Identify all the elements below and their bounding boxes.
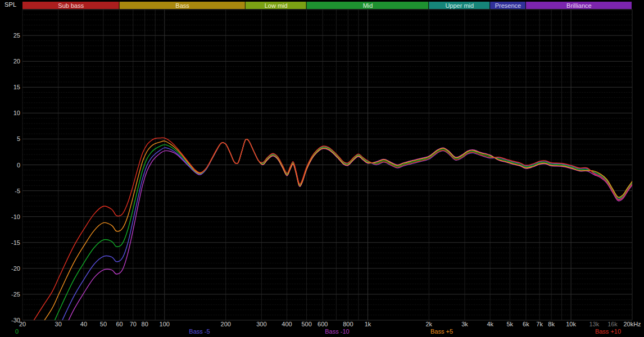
x-axis-tick-label: 5k: [506, 321, 513, 327]
x-axis-tick-label: 30: [55, 321, 62, 327]
y-axis-tick-label: -25: [11, 291, 20, 298]
legend-item-0[interactable]: 0: [15, 328, 19, 335]
x-axis-tick-label: 300: [256, 321, 266, 327]
x-axis-tick-label: 20: [19, 321, 26, 327]
x-axis-tick-label: 8k: [548, 321, 555, 327]
x-axis-tick-label: 100: [160, 321, 170, 327]
x-axis-tick-label: 70: [130, 321, 137, 327]
y-axis-tick-label: 25: [13, 32, 20, 39]
x-axis-tick-label: 2k: [425, 321, 432, 327]
x-axis-tick-label: 500: [301, 321, 311, 327]
x-axis-tick-label: 13k: [589, 321, 599, 327]
legend-item-bass-minus-5[interactable]: Bass -5: [189, 328, 210, 335]
spl-axis-title: SPL: [4, 1, 16, 8]
legend-item-bass-plus-5[interactable]: Bass +5: [430, 328, 453, 335]
x-axis-tick-label: 10k: [566, 321, 576, 327]
x-axis-tick-label: 20kHz: [623, 321, 641, 327]
curve-bass-minus-5: [22, 139, 632, 337]
x-axis-tick-label: 40: [80, 321, 87, 327]
curve-bass-minus-10: [22, 139, 632, 337]
x-axis-tick-label: 80: [142, 321, 148, 327]
frequency-band-label-low-mid: Low mid: [265, 2, 288, 9]
y-axis-tick-label: -10: [11, 213, 20, 220]
curve-0: [22, 139, 632, 337]
x-axis-tick-label: 6k: [523, 321, 529, 327]
x-axis-tick-label: 200: [221, 321, 231, 327]
frequency-band-label-sub-bass: Sub bass: [58, 2, 84, 9]
x-axis-tick-label: 60: [116, 321, 123, 327]
x-axis-tick-label: 1k: [365, 321, 371, 327]
frequency-band-label-presence: Presence: [495, 2, 521, 9]
y-axis-tick-label: 15: [13, 84, 20, 90]
spl-frequency-response-chart[interactable]: Sub bassBassLow midMidUpper midPresenceB…: [0, 0, 644, 337]
x-axis-tick-label: 4k: [487, 321, 493, 327]
curve-bass-plus-5: [22, 139, 632, 337]
y-axis-tick-label: -15: [11, 239, 20, 246]
x-axis-tick-label: 600: [318, 321, 328, 327]
y-axis-tick-label: 0: [17, 162, 20, 168]
legend-item-bass-plus-10[interactable]: Bass +10: [595, 328, 621, 335]
frequency-band-label-upper-mid: Upper mid: [445, 2, 474, 9]
frequency-band-label-mid: Mid: [363, 2, 373, 9]
y-axis-tick-label: 20: [13, 58, 20, 65]
x-axis-tick-label: 50: [100, 321, 107, 327]
y-axis-tick-label: 5: [17, 135, 20, 142]
x-axis-tick-label: 7k: [536, 321, 543, 327]
x-axis-tick-label: 400: [282, 321, 292, 327]
x-axis-tick-label: 16k: [607, 321, 618, 327]
frequency-band-label-bass: Bass: [175, 2, 189, 9]
x-axis-tick-label: 800: [343, 321, 353, 327]
y-axis-tick-label: -20: [11, 265, 20, 272]
y-axis-tick-label: 10: [13, 110, 20, 116]
y-axis-tick-label: -5: [15, 188, 20, 194]
x-axis-tick-label: 3k: [461, 321, 468, 327]
legend-item-bass-minus-10[interactable]: Bass -10: [325, 328, 349, 335]
frequency-band-label-brilliance: Brilliance: [566, 2, 592, 9]
